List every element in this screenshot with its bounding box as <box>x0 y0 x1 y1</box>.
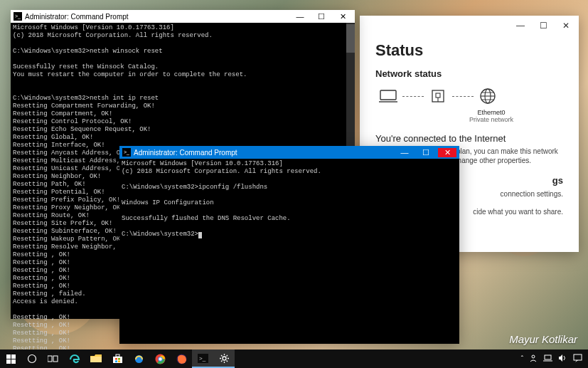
settings-taskbar-icon[interactable] <box>213 349 235 368</box>
cmd1-title: Administrator: Command Prompt <box>25 13 288 21</box>
close-button[interactable]: ✕ <box>556 21 576 31</box>
maximize-button[interactable]: ☐ <box>533 21 553 31</box>
wallpaper-watermark: Mayur Kotlikar <box>509 333 577 345</box>
svg-line-36 <box>221 355 223 357</box>
close-button[interactable]: ✕ <box>333 12 352 21</box>
svg-rect-15 <box>48 356 52 362</box>
firefox-icon[interactable] <box>171 349 192 368</box>
computer-icon <box>378 88 398 105</box>
ie-icon[interactable] <box>128 349 149 368</box>
svg-rect-10 <box>6 354 11 359</box>
ethernet-icon <box>428 88 448 105</box>
cmd-icon: >_ <box>14 12 22 21</box>
file-explorer-icon[interactable] <box>85 349 107 368</box>
svg-rect-12 <box>6 359 11 364</box>
maximize-button[interactable]: ☐ <box>417 148 435 157</box>
svg-point-27 <box>159 357 161 360</box>
cmd-window-2[interactable]: >_ Administrator: Command Prompt — ☐ ✕ M… <box>119 146 459 344</box>
edge-icon[interactable] <box>64 349 85 368</box>
scrollbar-thumb[interactable] <box>346 24 355 53</box>
chrome-icon[interactable] <box>149 349 171 368</box>
svg-rect-21 <box>118 358 120 360</box>
task-view-button[interactable] <box>43 349 64 368</box>
svg-rect-22 <box>115 361 117 363</box>
svg-rect-43 <box>574 354 582 360</box>
svg-rect-41 <box>545 355 551 359</box>
cmd-icon: >_ <box>122 148 131 157</box>
svg-point-31 <box>223 357 226 360</box>
store-icon[interactable] <box>107 349 128 368</box>
people-icon[interactable] <box>529 354 538 364</box>
svg-rect-11 <box>11 354 16 359</box>
volume-tray-icon[interactable] <box>558 354 567 364</box>
connected-status: You're connected to the Internet <box>375 133 563 144</box>
minimize-button[interactable]: — <box>395 148 414 157</box>
settings-titlebar[interactable]: — ☐ ✕ <box>360 16 579 36</box>
svg-rect-20 <box>115 358 117 360</box>
maximize-button[interactable]: ☐ <box>312 12 331 21</box>
start-button[interactable] <box>0 349 21 368</box>
cmd-taskbar-icon[interactable]: >_ <box>192 349 213 368</box>
svg-rect-23 <box>118 361 120 363</box>
svg-point-14 <box>28 355 36 363</box>
svg-rect-17 <box>90 357 102 362</box>
svg-rect-18 <box>113 357 122 363</box>
close-button[interactable]: ✕ <box>438 148 456 157</box>
svg-line-38 <box>221 360 223 362</box>
svg-text:>_: >_ <box>199 355 206 362</box>
svg-point-40 <box>532 355 535 358</box>
minimize-button[interactable]: — <box>291 12 309 21</box>
svg-rect-0 <box>380 90 396 100</box>
svg-line-39 <box>226 355 228 357</box>
svg-rect-19 <box>116 354 119 357</box>
minimize-button[interactable]: — <box>511 21 530 31</box>
page-heading: Status <box>375 41 563 60</box>
network-adapter-label: Ethernet0 Private network <box>419 109 563 123</box>
system-tray[interactable]: ˆ <box>521 354 588 364</box>
svg-rect-16 <box>53 356 58 362</box>
cmd2-output[interactable]: Microsoft Windows [Version 10.0.17763.31… <box>119 159 459 240</box>
globe-icon <box>478 88 498 105</box>
svg-rect-13 <box>11 359 16 364</box>
page-subheading: Network status <box>375 68 563 79</box>
cmd2-title: Administrator: Command Prompt <box>134 149 392 157</box>
taskbar[interactable]: >_ ˆ <box>0 349 588 368</box>
svg-line-37 <box>226 360 228 362</box>
cmd2-titlebar[interactable]: >_ Administrator: Command Prompt — ☐ ✕ <box>119 146 459 159</box>
tray-chevron-icon[interactable]: ˆ <box>521 355 523 363</box>
network-diagram <box>378 88 563 105</box>
network-tray-icon[interactable] <box>543 354 552 364</box>
cmd1-titlebar[interactable]: >_ Administrator: Command Prompt — ☐ ✕ <box>11 10 355 23</box>
action-center-icon[interactable] <box>573 354 582 364</box>
cortana-button[interactable] <box>21 349 43 368</box>
svg-rect-3 <box>436 93 440 98</box>
